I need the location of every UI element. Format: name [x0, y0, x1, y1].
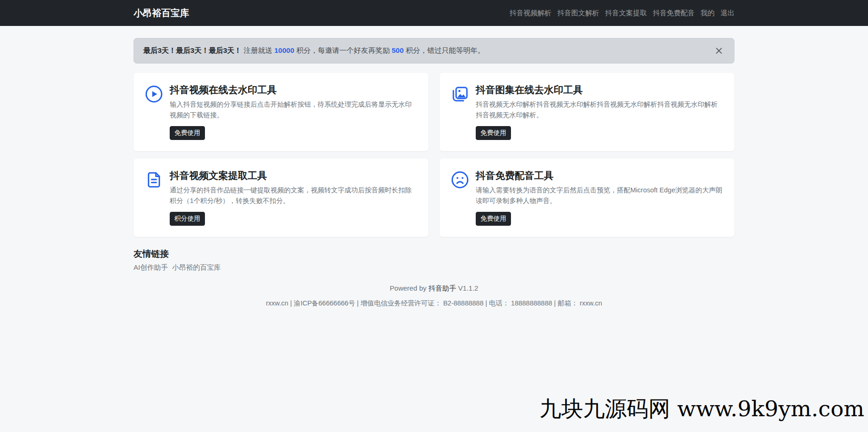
- card-image-watermark: 抖音图集在线去水印工具 抖音视频无水印解析抖音视频无水印解析抖音视频无水印解析抖…: [440, 73, 734, 151]
- invite-points-value: 500: [392, 46, 404, 54]
- nav-link-free-dubbing[interactable]: 抖音免费配音: [653, 9, 695, 18]
- card-free-dubbing: 抖音免费配音工具 请输入需要转换为语音的文字后然后点击预览，搭配Microsof…: [440, 159, 734, 237]
- friend-links-section: 友情链接 AI创作助手 小昂裕的百宝库: [134, 248, 734, 272]
- card-title: 抖音图集在线去水印工具: [476, 84, 723, 96]
- close-icon: [715, 49, 723, 56]
- card-video-watermark: 抖音视频在线去水印工具 输入抖音短视频的分享链接后点击开始解析按钮，待系统处理完…: [134, 73, 428, 151]
- powered-by-link[interactable]: 抖音助手: [428, 284, 456, 292]
- tool-cards-grid: 抖音视频在线去水印工具 输入抖音短视频的分享链接后点击开始解析按钮，待系统处理完…: [134, 73, 734, 237]
- card-description: 抖音视频无水印解析抖音视频无水印解析抖音视频无水印解析抖音视频无水印解析抖音视频…: [476, 99, 723, 121]
- card-title: 抖音免费配音工具: [476, 170, 723, 182]
- card-description: 通过分享的抖音作品链接一键提取视频的文案，视频转文字成功后按音频时长扣除积分（1…: [170, 185, 417, 206]
- nav-link-image-parse[interactable]: 抖音图文解析: [557, 9, 599, 18]
- promo-countdown-text: 最后3天！最后3天！最后3天！: [143, 46, 242, 54]
- file-text-icon: [145, 171, 163, 189]
- alert-close-button[interactable]: [713, 45, 725, 57]
- card-description: 请输入需要转换为语音的文字后然后点击预览，搭配Microsoft Edge浏览器…: [476, 185, 723, 206]
- friend-link-ai-assistant[interactable]: AI创作助手: [134, 263, 168, 272]
- card-copy-extract: 抖音视频文案提取工具 通过分享的抖音作品链接一键提取视频的文案，视频转文字成功后…: [134, 159, 428, 237]
- powered-by-line: Powered by 抖音助手 V1.1.2: [134, 284, 734, 293]
- play-circle-icon: [145, 85, 163, 103]
- nav-link-copy-extract[interactable]: 抖音文案提取: [605, 9, 647, 18]
- navbar: 小昂裕百宝库 抖音视频解析 抖音图文解析 抖音文案提取 抖音免费配音 我的 退出: [0, 0, 868, 26]
- card-action-button[interactable]: 免费使用: [476, 212, 511, 226]
- friend-links-title: 友情链接: [134, 248, 734, 260]
- card-action-button[interactable]: 免费使用: [476, 126, 511, 140]
- signup-points-value: 10000: [274, 46, 294, 54]
- navbar-links: 抖音视频解析 抖音图文解析 抖音文案提取 抖音免费配音 我的 退出: [510, 9, 734, 18]
- images-icon: [451, 85, 469, 103]
- card-title: 抖音视频文案提取工具: [170, 170, 417, 182]
- watermark-text: 九块九源码网 www.9k9ym.com: [539, 394, 864, 424]
- card-action-button[interactable]: 积分使用: [170, 212, 205, 226]
- card-description: 输入抖音短视频的分享链接后点击开始解析按钮，待系统处理完成后将显示无水印视频的下…: [170, 99, 417, 121]
- friend-link-treasure[interactable]: 小昂裕的百宝库: [172, 263, 221, 272]
- nav-link-video-parse[interactable]: 抖音视频解析: [510, 9, 551, 18]
- nav-link-my-account[interactable]: 我的: [701, 9, 715, 18]
- card-action-button[interactable]: 免费使用: [170, 126, 205, 140]
- main-content: 最后3天！最后3天！最后3天！ 注册就送 10000 积分，每邀请一个好友再奖励…: [134, 38, 734, 308]
- card-title: 抖音视频在线去水印工具: [170, 84, 417, 96]
- icp-beian-line: rxxw.cn | 渝ICP备66666666号 | 增值电信业务经营许可证： …: [134, 299, 734, 308]
- promo-alert-text: 最后3天！最后3天！最后3天！ 注册就送 10000 积分，每邀请一个好友再奖励…: [143, 46, 485, 56]
- promo-alert: 最后3天！最后3天！最后3天！ 注册就送 10000 积分，每邀请一个好友再奖励…: [134, 38, 734, 64]
- brand-logo[interactable]: 小昂裕百宝库: [134, 7, 189, 19]
- nav-link-logout[interactable]: 退出: [721, 9, 734, 18]
- frown-face-icon: [451, 171, 469, 189]
